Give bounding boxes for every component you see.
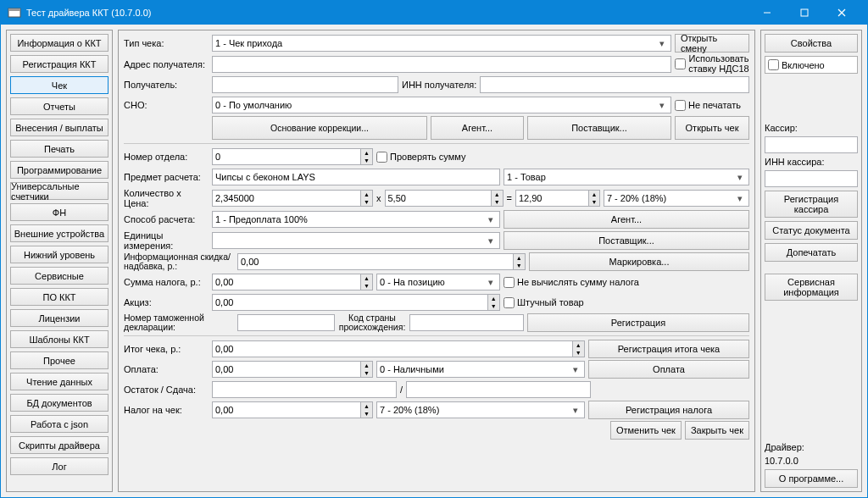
close-button[interactable] [823,1,860,25]
price-spinner[interactable]: ▲▼ [385,190,504,207]
sidebar-item-readdata[interactable]: Чтение данных [10,373,108,390]
sidebar-item-print[interactable]: Печать [10,140,108,158]
sidebar: Информация о ККТ Регистрация ККТ Чек Отч… [6,30,113,492]
about-button[interactable]: О программе... [765,469,858,488]
app-window: Тест драйвера ККТ (10.7.0.0) Информация … [0,0,868,498]
discount-spinner[interactable]: ▲▼ [237,253,526,270]
sidebar-item-json[interactable]: Работа с json [10,415,108,433]
no-print-check[interactable]: Не печатать [675,100,749,111]
maximize-button[interactable] [786,1,823,25]
tax-position-select[interactable]: 0 - На позицию▾ [376,274,500,290]
method-label: Способ расчета: [124,214,209,224]
receipt-total-spinner[interactable]: ▲▼ [212,340,585,357]
subject-label: Предмет расчета: [124,172,209,182]
use-vat18-check[interactable]: Использовать ставку НДС18 [675,54,749,74]
main-panel: Тип чека: 1 - Чек прихода▾ Открыть смену… [118,30,755,492]
sno-label: СНО: [124,100,209,110]
sidebar-item-docdb[interactable]: БД документов [10,394,108,412]
sidebar-item-licenses[interactable]: Лицензии [10,309,108,327]
total-spinner[interactable]: ▲▼ [515,190,600,207]
doc-status-button[interactable]: Статус документа [765,221,858,240]
remainder-input[interactable] [212,381,397,398]
print-more-button[interactable]: Допечатать [765,243,858,262]
subject-type-select[interactable]: 1 - Товар▾ [504,169,749,185]
tax-rate-select[interactable]: 7 - 20% (18%)▾ [604,190,749,207]
agent-button[interactable]: Агент... [431,116,524,140]
units-select[interactable]: ▾ [212,232,500,249]
sidebar-item-scripts[interactable]: Скрипты драйвера [10,436,108,454]
cashier-input[interactable] [765,136,858,153]
subject-input[interactable] [212,169,500,185]
piece-goods-check[interactable]: Штучный товар [504,297,584,308]
sidebar-item-po-kkt[interactable]: ПО ККТ [10,288,108,306]
verify-sum-check[interactable]: Проверять сумму [376,152,465,163]
properties-button[interactable]: Свойства [765,34,858,53]
register-tax-button[interactable]: Регистрация налога [588,401,749,419]
qty-price-label: Количество x Цена: [124,188,209,208]
no-calc-tax-check[interactable]: Не вычислять сумму налога [504,277,639,288]
cashier-inn-label: ИНН кассира: [765,157,858,167]
supplier2-button[interactable]: Поставщик... [504,231,749,250]
sidebar-item-fn[interactable]: ФН [10,203,108,221]
correction-basis-button[interactable]: Основание коррекции... [212,116,427,140]
sidebar-item-service[interactable]: Сервисные [10,267,108,285]
receipt-type-label: Тип чека: [124,38,209,48]
cashier-inn-input[interactable] [765,170,858,187]
payment-type-select[interactable]: 0 - Наличными▾ [376,361,585,378]
open-receipt-button[interactable]: Открыть чек [675,116,749,140]
cashier-reg-button[interactable]: Регистрация кассира [765,191,858,218]
sno-select[interactable]: 0 - По умолчанию▾ [212,97,671,113]
recipient-label: Получатель: [124,80,209,90]
discount-label: Информационная скидка/надбавка, р.: [124,252,234,271]
inn-recipient-input[interactable] [480,76,749,93]
sidebar-item-other[interactable]: Прочее [10,351,108,369]
close-receipt-button[interactable]: Закрыть чек [685,421,749,440]
change-input[interactable] [406,381,591,398]
minimize-button[interactable] [748,1,786,25]
tax-on-receipt-rate-select[interactable]: 7 - 20% (18%)▾ [376,401,585,418]
register-total-button[interactable]: Регистрация итога чека [588,340,749,358]
qty-spinner[interactable]: ▲▼ [212,190,373,207]
cancel-receipt-button[interactable]: Отменить чек [610,421,682,440]
sidebar-item-external[interactable]: Внешние устройства [10,224,108,242]
right-panel: Свойства Включено Кассир: ИНН кассира: Р… [760,30,862,492]
recipient-addr-input[interactable] [212,56,671,73]
supplier-button[interactable]: Поставщик... [527,116,671,140]
country-input[interactable] [409,314,524,331]
marking-button[interactable]: Маркировка... [529,252,749,271]
method-select[interactable]: 1 - Предоплата 100%▾ [212,211,500,228]
sidebar-item-reports[interactable]: Отчеты [10,97,108,115]
excise-spinner[interactable]: ▲▼ [212,294,500,311]
window-title: Тест драйвера ККТ (10.7.0.0) [26,8,748,18]
country-label: Код страны происхождения: [338,313,406,332]
svg-rect-1 [8,8,20,11]
payment-button[interactable]: Оплата [588,360,749,379]
sidebar-item-info[interactable]: Информация о ККТ [10,34,108,52]
service-info-button[interactable]: Сервисная информация [765,274,858,301]
receipt-type-select[interactable]: 1 - Чек прихода▾ [212,35,671,52]
sidebar-item-receipt[interactable]: Чек [10,76,108,94]
inn-recipient-label: ИНН получателя: [402,80,476,90]
tax-on-receipt-spinner[interactable]: ▲▼ [212,401,373,418]
dept-spinner[interactable]: ▲▼ [212,148,373,165]
payment-spinner[interactable]: ▲▼ [212,361,373,378]
tax-amount-label: Сумма налога, р.: [124,277,209,287]
recipient-input[interactable] [212,76,398,93]
sidebar-item-log[interactable]: Лог [10,457,108,475]
dept-label: Номер отдела: [124,152,209,162]
sidebar-item-templates[interactable]: Шаблоны ККТ [10,330,108,348]
register-button[interactable]: Регистрация [527,313,749,332]
sidebar-item-registration[interactable]: Регистрация ККТ [10,55,108,73]
sidebar-item-lowlevel[interactable]: Нижний уровень [10,246,108,263]
enabled-check[interactable]: Включено [765,56,858,74]
agent2-button[interactable]: Агент... [504,210,749,229]
open-shift-button[interactable]: Открыть смену [675,34,749,53]
tax-amount-spinner[interactable]: ▲▼ [212,274,373,290]
svg-rect-3 [801,9,808,16]
sidebar-item-programming[interactable]: Программирование [10,161,108,179]
change-label: Остаток / Сдача: [124,385,209,395]
sidebar-item-counters[interactable]: Универсальные счетчики [10,182,108,200]
sidebar-item-cash[interactable]: Внесения / выплаты [10,119,108,136]
customs-input[interactable] [237,314,335,331]
recipient-addr-label: Адрес получателя: [124,59,209,69]
